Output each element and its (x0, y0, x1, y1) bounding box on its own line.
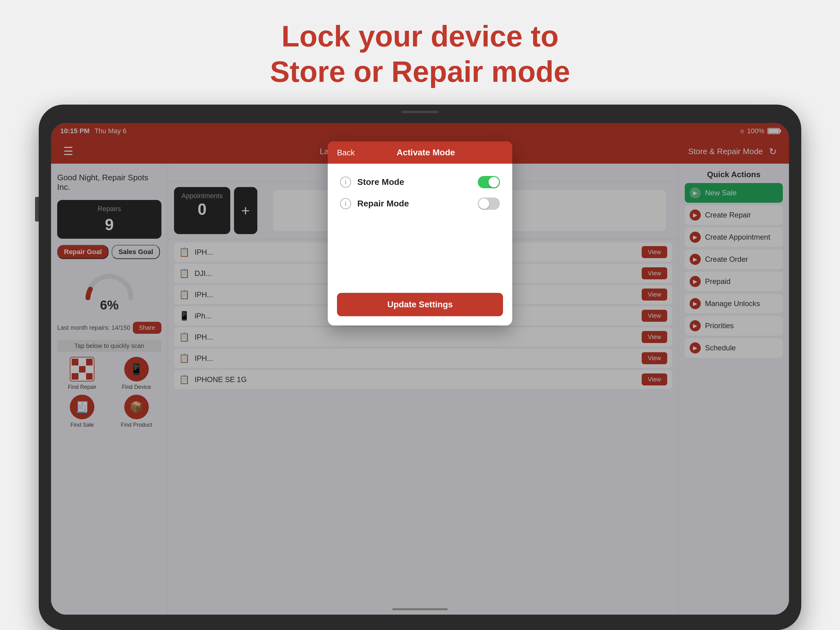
heading-or: or (345, 55, 391, 88)
store-mode-row: i Store Mode (340, 176, 500, 188)
repair-mode-label: Repair Mode (357, 199, 472, 209)
heading-line1: Lock your device to (281, 20, 559, 52)
activate-mode-modal: Back Activate Mode i Store Mode (328, 141, 512, 326)
modal-body: i Store Mode i Repair Mode (328, 164, 512, 293)
modal-spacer (340, 219, 500, 280)
store-mode-knob (489, 177, 499, 187)
repair-mode-knob (479, 198, 489, 209)
repair-mode-toggle[interactable] (478, 198, 500, 210)
modal-title: Activate Mode (364, 148, 512, 157)
store-mode-info-icon[interactable]: i (340, 177, 351, 188)
top-heading: Lock your device to Store or Repair mode (270, 19, 570, 89)
repair-mode-row: i Repair Mode (340, 198, 500, 210)
modal-header: Back Activate Mode (328, 141, 512, 164)
ipad-frame: 10:15 PM Thu May 6 ⌾ 100% ☰ Last Login: … (39, 104, 801, 630)
heading-repair: Repair mode (392, 55, 570, 88)
heading-store: Store (270, 55, 345, 88)
modal-footer: Update Settings (328, 293, 512, 326)
modal-back-button[interactable]: Back (328, 148, 364, 157)
update-settings-button[interactable]: Update Settings (337, 293, 503, 316)
modal-overlay: Back Activate Mode i Store Mode (51, 123, 789, 615)
store-mode-toggle[interactable] (478, 176, 500, 188)
ipad-screen: 10:15 PM Thu May 6 ⌾ 100% ☰ Last Login: … (51, 123, 789, 615)
repair-mode-info-icon[interactable]: i (340, 198, 351, 209)
store-mode-label: Store Mode (357, 177, 472, 187)
